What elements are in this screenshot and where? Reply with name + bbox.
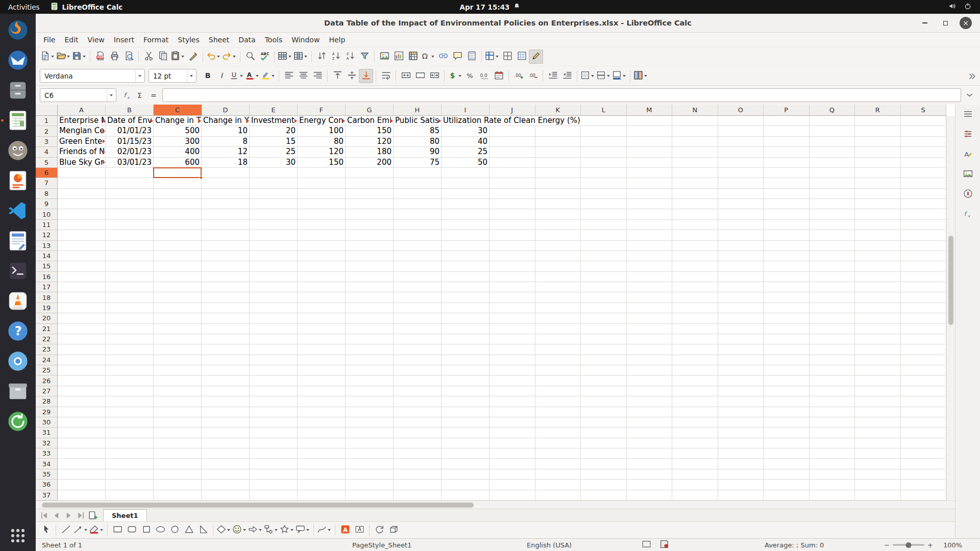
cell-G5[interactable]: 200 <box>346 158 394 168</box>
cell-B25[interactable] <box>106 365 154 375</box>
cell-K2[interactable] <box>535 126 581 136</box>
cell-M5[interactable] <box>627 158 673 168</box>
cell-L18[interactable] <box>581 292 627 303</box>
cell-M27[interactable] <box>627 386 673 396</box>
cell-C7[interactable] <box>154 178 202 188</box>
cell-F7[interactable] <box>298 178 346 188</box>
cell-A5[interactable]: Blue Sky Gr <box>58 158 106 168</box>
cell-L22[interactable] <box>581 334 627 344</box>
row-header-3[interactable]: 3 <box>36 137 58 147</box>
cell-F22[interactable] <box>298 334 346 344</box>
cell-K35[interactable] <box>535 469 581 480</box>
cell-E23[interactable] <box>250 344 298 355</box>
cell-S27[interactable] <box>901 386 947 396</box>
cell-O10[interactable] <box>718 209 764 219</box>
cell-K12[interactable] <box>535 230 581 240</box>
cell-I37[interactable] <box>442 490 489 500</box>
cell-N30[interactable] <box>672 417 718 428</box>
cell-F29[interactable] <box>298 407 346 417</box>
merge-cells-button[interactable] <box>413 69 427 83</box>
cell-O32[interactable] <box>718 438 764 448</box>
menu-edit[interactable]: Edit <box>60 34 83 45</box>
cell-C1[interactable]: Change in T <box>154 116 202 126</box>
cell-L20[interactable] <box>581 313 627 323</box>
conditional-formatting-button[interactable] <box>633 69 649 83</box>
cell-B22[interactable] <box>106 334 154 344</box>
cell-F20[interactable] <box>298 313 346 323</box>
cell-J34[interactable] <box>489 459 535 469</box>
cell-C28[interactable] <box>154 396 202 407</box>
cell-K10[interactable] <box>535 209 581 219</box>
zoom-out-button[interactable]: − <box>884 541 890 549</box>
column-header-D[interactable]: D <box>202 105 250 116</box>
cell-C4[interactable]: 400 <box>154 147 202 157</box>
cell-Q17[interactable] <box>810 282 855 292</box>
cell-D8[interactable] <box>202 189 250 199</box>
cell-C17[interactable] <box>154 282 202 292</box>
toggle-extrusion-button[interactable] <box>386 523 401 537</box>
cell-G9[interactable] <box>346 199 394 209</box>
dropdown-arrow-icon[interactable] <box>591 75 594 77</box>
cell-A11[interactable] <box>58 220 106 230</box>
cell-C27[interactable] <box>154 386 202 396</box>
cell-L2[interactable] <box>581 126 627 136</box>
cell-Q30[interactable] <box>810 417 855 428</box>
cell-D36[interactable] <box>202 480 250 490</box>
cell-E25[interactable] <box>250 365 298 375</box>
cell-E22[interactable] <box>250 334 298 344</box>
cell-J17[interactable] <box>489 282 535 292</box>
cell-I7[interactable] <box>442 178 489 188</box>
cell-G14[interactable] <box>346 251 394 261</box>
cell-P37[interactable] <box>764 490 810 500</box>
font-color-button[interactable]: A <box>244 69 260 83</box>
cell-B19[interactable] <box>106 303 154 313</box>
cell-F31[interactable] <box>298 428 346 438</box>
cell-P15[interactable] <box>764 261 810 271</box>
cell-O17[interactable] <box>718 282 764 292</box>
cell-N4[interactable] <box>672 147 718 157</box>
cell-A4[interactable]: Friends of N <box>58 147 106 157</box>
sheet-tab-sheet1[interactable]: Sheet1 <box>103 509 147 521</box>
cell-B3[interactable]: 01/15/23 <box>106 137 154 147</box>
cell-S24[interactable] <box>901 355 947 365</box>
row-header-21[interactable]: 21 <box>36 324 58 334</box>
cell-F19[interactable] <box>298 303 346 313</box>
cell-I28[interactable] <box>442 396 489 407</box>
cell-B14[interactable] <box>106 251 154 261</box>
cell-B20[interactable] <box>106 313 154 323</box>
cell-R5[interactable] <box>855 158 901 168</box>
cell-K28[interactable] <box>535 396 581 407</box>
cell-N16[interactable] <box>672 272 718 282</box>
row-header-25[interactable]: 25 <box>36 365 58 375</box>
cell-D18[interactable] <box>202 292 250 303</box>
cell-K21[interactable] <box>535 324 581 334</box>
cell-O33[interactable] <box>718 448 764 459</box>
cell-F8[interactable] <box>298 189 346 199</box>
column-header-H[interactable]: H <box>394 105 442 116</box>
cell-F33[interactable] <box>298 448 346 459</box>
cell-P6[interactable] <box>764 168 810 178</box>
cell-L31[interactable] <box>581 428 627 438</box>
dock-libreoffice-calc-icon[interactable] <box>6 108 30 133</box>
select-button[interactable] <box>39 523 53 537</box>
cell-G6[interactable] <box>346 168 394 178</box>
cell-Q35[interactable] <box>810 469 855 480</box>
cell-N31[interactable] <box>672 428 718 438</box>
dropdown-arrow-icon[interactable] <box>259 529 262 531</box>
cell-R21[interactable] <box>855 324 901 334</box>
cell-H16[interactable] <box>394 272 442 282</box>
row-header-12[interactable]: 12 <box>36 230 58 240</box>
cell-J29[interactable] <box>489 407 535 417</box>
cell-Q3[interactable] <box>810 137 855 147</box>
cell-P27[interactable] <box>764 386 810 396</box>
cell-J30[interactable] <box>489 417 535 428</box>
cell-O3[interactable] <box>718 137 764 147</box>
cell-A37[interactable] <box>58 490 106 500</box>
menu-insert[interactable]: Insert <box>109 34 139 45</box>
cell-B4[interactable]: 02/01/23 <box>106 147 154 157</box>
cell-S15[interactable] <box>901 261 947 271</box>
cell-G27[interactable] <box>346 386 394 396</box>
cell-N18[interactable] <box>672 292 718 303</box>
cell-F12[interactable] <box>298 230 346 240</box>
sort-ascending-button[interactable]: AZ <box>329 49 343 64</box>
